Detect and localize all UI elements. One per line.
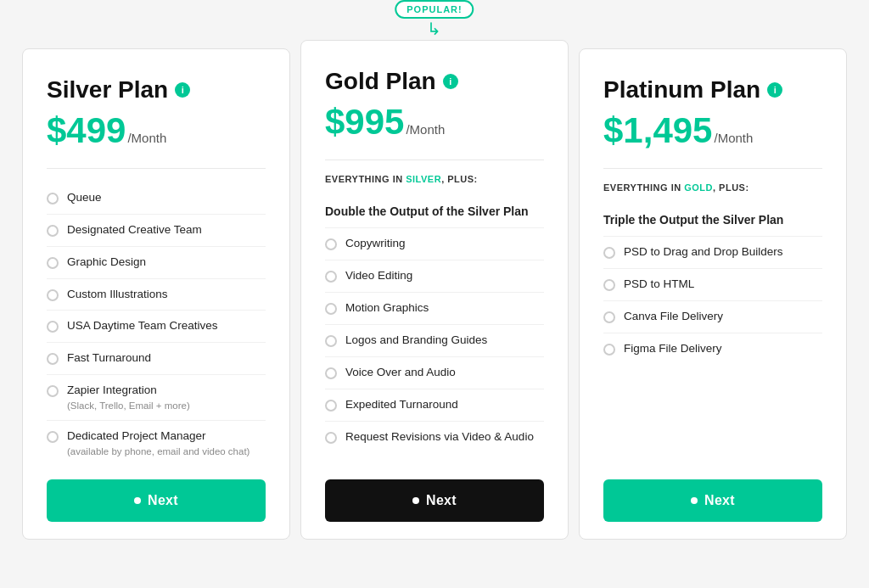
feature-dot-icon [325, 335, 337, 347]
feature-dot-icon [47, 321, 59, 333]
feature-item: Request Revisions via Video & Audio [325, 422, 544, 453]
feature-label: Video Editing [345, 268, 412, 284]
price-divider [603, 168, 822, 169]
feature-item: Zapier Integration(Slack, Trello, Email … [47, 375, 266, 421]
price-period: /Month [406, 122, 445, 137]
button-dot-icon [134, 497, 141, 504]
feature-dot-icon [47, 353, 59, 365]
feature-label: Double the Output of the Silver Plan [325, 204, 529, 221]
button-dot-icon [691, 497, 698, 504]
features-list: Queue Designated Creative Team Graphic D… [47, 182, 266, 466]
feature-dot-icon [325, 271, 337, 283]
feature-label: Request Revisions via Video & Audio [345, 429, 534, 445]
next-button-label: Next [426, 493, 457, 508]
feature-label: Motion Graphics [345, 300, 429, 316]
feature-label: Canva File Delivery [624, 309, 723, 325]
feature-item: Expedited Turnaround [325, 389, 544, 422]
feature-item: Motion Graphics [325, 293, 544, 325]
popular-badge: POPULAR! ↳ 🦜 [395, 0, 474, 37]
feature-dot-icon [325, 432, 337, 444]
price-divider [47, 168, 266, 169]
next-button-label: Next [148, 493, 178, 508]
feature-item: Fast Turnaround [47, 343, 266, 375]
feature-label: Triple the Output the Silver Plan [603, 212, 783, 229]
feature-item: Designated Creative Team [47, 215, 266, 247]
feature-label: Figma File Delivery [624, 341, 722, 357]
feature-label: Queue [67, 190, 102, 206]
feature-label: USA Daytime Team Creatives [67, 318, 218, 334]
feature-item: USA Daytime Team Creatives [47, 311, 266, 343]
popular-text: POPULAR! [406, 4, 462, 14]
info-icon[interactable]: i [443, 74, 458, 89]
everything-line: EVERYTHING IN SILVER, PLUS: [325, 174, 544, 184]
info-icon[interactable]: i [175, 82, 190, 98]
features-list: Triple the Output the Silver Plan PSD to… [603, 204, 822, 466]
plan-price: $1,495 /Month [603, 110, 822, 151]
price-amount: $995 [325, 102, 404, 143]
feature-dot-icon [325, 367, 337, 379]
plan-name: Silver Plan i [47, 76, 266, 104]
feature-sub-6: (Slack, Trello, Email + more) [67, 399, 190, 412]
feature-sub-7: (available by phone, email and video cha… [67, 445, 249, 458]
plan-card-inner: Gold Plan i $995 /Month EVERYTHING IN SI… [301, 41, 568, 539]
price-amount: $499 [47, 110, 126, 151]
popular-arrow: ↳ [427, 20, 441, 37]
feature-label: PSD to HTML [624, 277, 694, 293]
price-period: /Month [714, 131, 753, 145]
popular-label: POPULAR! [395, 0, 474, 19]
feature-item: Canva File Delivery [603, 301, 822, 333]
feature-label: Designated Creative Team [67, 222, 202, 238]
button-dot-icon [412, 497, 419, 504]
everything-line: EVERYTHING IN GOLD, PLUS: [603, 182, 822, 193]
plan-card-silver: Silver Plan i $499 /Month Queue Designat… [22, 48, 290, 540]
price-amount: $1,495 [603, 110, 712, 151]
price-divider [325, 160, 544, 160]
feature-dot-icon [47, 225, 59, 237]
feature-item: Triple the Output the Silver Plan [603, 204, 822, 238]
price-period: /Month [127, 131, 166, 145]
feature-item: Dedicated Project Manager(available by p… [47, 421, 266, 466]
feature-dot-icon [603, 344, 615, 356]
feature-dot-icon [47, 193, 59, 204]
feature-label: Copywriting [345, 236, 406, 252]
plan-card-inner: Platinum Plan i $1,495 /Month EVERYTHING… [580, 49, 846, 539]
feature-label: Dedicated Project Manager(available by p… [67, 428, 249, 458]
next-button[interactable]: Next [603, 479, 822, 522]
plan-price: $499 /Month [47, 110, 266, 151]
pricing-container: Silver Plan i $499 /Month Queue Designat… [17, 48, 852, 540]
feature-item: Graphic Design [47, 247, 266, 279]
feature-dot-icon [603, 279, 615, 291]
feature-label: Custom Illustrations [67, 287, 168, 303]
feature-item: Custom Illustrations [47, 279, 266, 311]
feature-dot-icon [47, 289, 59, 301]
feature-dot-icon [603, 311, 615, 323]
feature-label: Fast Turnaround [67, 350, 151, 367]
plan-card-inner: Silver Plan i $499 /Month Queue Designat… [23, 49, 289, 539]
feature-label: Graphic Design [67, 255, 146, 271]
feature-item: Video Editing [325, 260, 544, 293]
feature-item: PSD to HTML [603, 269, 822, 301]
feature-item: Figma File Delivery [603, 333, 822, 365]
next-button[interactable]: Next [47, 479, 266, 522]
features-list: Double the Output of the Silver Plan Cop… [325, 196, 544, 466]
feature-dot-icon [325, 238, 337, 250]
info-icon[interactable]: i [767, 82, 782, 98]
feature-label: PSD to Drag and Drop Builders [624, 244, 783, 260]
feature-item: Logos and Branding Guides [325, 325, 544, 357]
feature-dot-icon [603, 247, 615, 259]
plan-name: Platinum Plan i [603, 76, 822, 104]
feature-dot-icon [47, 431, 59, 443]
feature-dot-icon [47, 257, 59, 269]
feature-label: Expedited Turnaround [345, 397, 458, 413]
feature-item: Voice Over and Audio [325, 357, 544, 389]
plan-card-gold: POPULAR! ↳ 🦜 Gold Plan i $995 /Month EVE… [300, 40, 569, 540]
next-button-label: Next [704, 493, 735, 508]
feature-label: Logos and Branding Guides [345, 333, 487, 349]
feature-item: Queue [47, 182, 266, 215]
next-button[interactable]: Next [325, 479, 544, 522]
feature-label: Voice Over and Audio [345, 365, 456, 381]
feature-item: PSD to Drag and Drop Builders [603, 237, 822, 269]
feature-dot-icon [325, 303, 337, 315]
feature-item: Double the Output of the Silver Plan [325, 196, 544, 229]
plan-price: $995 /Month [325, 102, 544, 143]
